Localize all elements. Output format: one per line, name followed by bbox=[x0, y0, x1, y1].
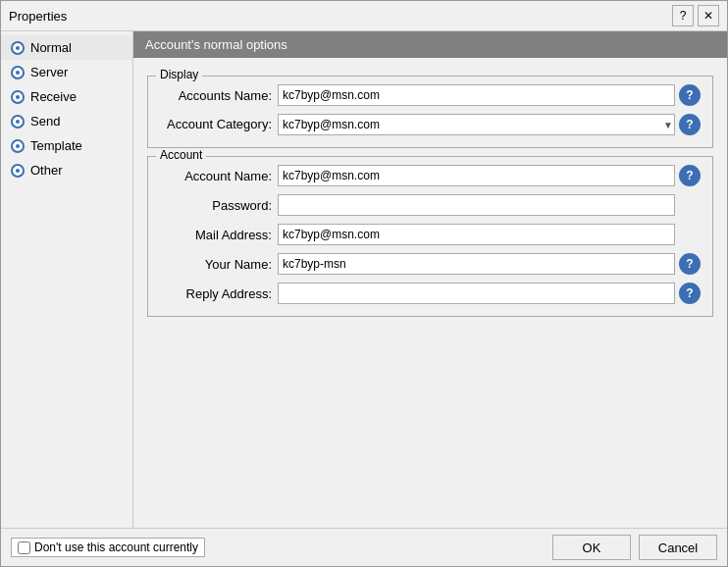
account-category-wrapper: kc7byp@msn.com ▼ bbox=[278, 114, 675, 135]
other-icon bbox=[11, 164, 25, 178]
reply-address-help-button[interactable]: ? bbox=[679, 283, 701, 304]
display-group-label: Display bbox=[156, 68, 202, 81]
your-name-row: Your Name: ? bbox=[160, 253, 701, 275]
your-name-label: Your Name: bbox=[160, 257, 278, 272]
sidebar-item-receive[interactable]: Receive bbox=[1, 84, 132, 109]
account-name-help-button[interactable]: ? bbox=[679, 165, 701, 186]
account-name-input[interactable] bbox=[278, 165, 675, 186]
cancel-button[interactable]: Cancel bbox=[639, 535, 717, 560]
sidebar-item-other[interactable]: Other bbox=[1, 158, 132, 182]
accounts-name-input[interactable] bbox=[278, 84, 675, 106]
section-body: Display Accounts Name: ? Account Categor… bbox=[133, 58, 727, 338]
account-category-help-button[interactable]: ? bbox=[679, 114, 701, 135]
send-icon bbox=[11, 115, 25, 129]
dont-use-account-label[interactable]: Don't use this account currently bbox=[11, 538, 205, 557]
sidebar-item-send[interactable]: Send bbox=[1, 109, 132, 133]
account-group-label: Account bbox=[156, 148, 206, 162]
title-bar-controls: ? ✕ bbox=[672, 5, 719, 26]
display-group: Display Accounts Name: ? Account Categor… bbox=[147, 76, 713, 148]
sidebar-item-template[interactable]: Template bbox=[1, 133, 132, 158]
properties-window: Properties ? ✕ Normal Server Receive Sen… bbox=[0, 0, 728, 567]
sidebar-label-send: Send bbox=[30, 114, 60, 129]
close-title-button[interactable]: ✕ bbox=[698, 5, 719, 26]
template-icon bbox=[11, 139, 25, 153]
dont-use-account-checkbox[interactable] bbox=[18, 541, 30, 554]
accounts-name-help-button[interactable]: ? bbox=[679, 84, 701, 106]
your-name-help-button[interactable]: ? bbox=[679, 253, 701, 275]
reply-address-input[interactable] bbox=[278, 283, 675, 304]
account-name-label: Account Name: bbox=[160, 169, 278, 183]
mail-address-row: Mail Address: bbox=[160, 224, 701, 245]
sidebar: Normal Server Receive Send Template Othe… bbox=[1, 31, 133, 528]
your-name-input[interactable] bbox=[278, 253, 675, 275]
accounts-name-row: Accounts Name: ? bbox=[160, 84, 701, 106]
reply-address-label: Reply Address: bbox=[160, 286, 278, 301]
password-row: Password: bbox=[160, 194, 701, 216]
sidebar-label-server: Server bbox=[30, 65, 68, 79]
sidebar-label-other: Other bbox=[30, 163, 63, 178]
sidebar-item-server[interactable]: Server bbox=[1, 60, 132, 84]
dont-use-account-text: Don't use this account currently bbox=[34, 541, 198, 554]
server-icon bbox=[11, 66, 25, 79]
mail-address-label: Mail Address: bbox=[160, 228, 278, 242]
section-header: Account's normal options bbox=[133, 31, 727, 58]
reply-address-row: Reply Address: ? bbox=[160, 283, 701, 304]
password-label: Password: bbox=[160, 198, 278, 213]
bottom-buttons: OK Cancel bbox=[552, 535, 717, 560]
normal-icon bbox=[11, 41, 25, 55]
help-title-button[interactable]: ? bbox=[672, 5, 694, 26]
receive-icon bbox=[11, 90, 25, 104]
sidebar-label-template: Template bbox=[30, 138, 82, 153]
account-category-select[interactable]: kc7byp@msn.com bbox=[278, 114, 675, 135]
account-name-row: Account Name: ? bbox=[160, 165, 701, 186]
account-group: Account Account Name: ? Password: Mail A… bbox=[147, 156, 713, 317]
sidebar-label-receive: Receive bbox=[30, 89, 77, 104]
title-bar: Properties ? ✕ bbox=[1, 1, 727, 31]
window-title: Properties bbox=[9, 9, 67, 24]
mail-address-input[interactable] bbox=[278, 224, 675, 245]
accounts-name-label: Accounts Name: bbox=[160, 88, 278, 103]
main-area: Account's normal options Display Account… bbox=[133, 31, 727, 528]
sidebar-item-normal[interactable]: Normal bbox=[1, 35, 132, 60]
account-category-row: Account Category: kc7byp@msn.com ▼ ? bbox=[160, 114, 701, 135]
ok-button[interactable]: OK bbox=[552, 535, 631, 560]
password-input[interactable] bbox=[278, 194, 675, 216]
bottom-bar: Don't use this account currently OK Canc… bbox=[1, 528, 727, 566]
window-content: Normal Server Receive Send Template Othe… bbox=[1, 31, 727, 528]
sidebar-label-normal: Normal bbox=[30, 40, 72, 55]
account-category-label: Account Category: bbox=[160, 117, 278, 133]
